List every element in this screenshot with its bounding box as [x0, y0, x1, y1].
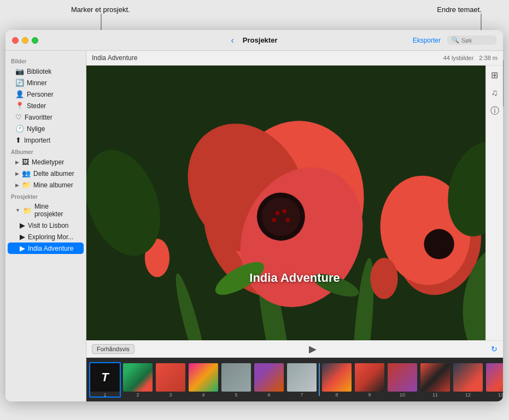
repeat-button[interactable]: ↻	[491, 345, 498, 353]
sidebar-item-steder[interactable]: 📍 Steder	[8, 100, 84, 111]
fullscreen-button[interactable]	[32, 37, 38, 44]
film-cell-8[interactable]: 8	[321, 362, 353, 398]
title-card-t-icon: T	[101, 370, 108, 384]
my-albums-icon: 📁	[22, 181, 31, 189]
slideshow-image	[86, 66, 503, 340]
titlebar-right: Eksporter 🔍	[413, 36, 496, 45]
duration: 2:38 m	[479, 55, 498, 61]
music-panel-icon[interactable]: ♫	[492, 88, 498, 98]
sidebar-item-nylige[interactable]: 🕐 Nylige	[8, 123, 84, 134]
slideshow-title: India Adventure	[249, 271, 340, 285]
film-thumb-8	[322, 363, 352, 392]
info-panel-icon[interactable]: ⓘ	[490, 105, 499, 117]
film-cell-num-11: 11	[420, 392, 450, 398]
chevron-down-icon: ▼	[15, 208, 20, 213]
film-cell-12[interactable]: 12	[452, 362, 484, 398]
sidebar-label-visit-lisbon: Visit to Lisbon	[28, 222, 69, 229]
film-cell-9[interactable]: 9	[354, 362, 385, 398]
film-thumb-13	[486, 363, 503, 392]
film-thumb-5	[221, 363, 251, 392]
search-box: 🔍	[447, 36, 496, 45]
places-icon: 📍	[15, 102, 24, 110]
sidebar-label-nylige: Nylige	[27, 125, 45, 133]
project-name: India Adventure	[92, 54, 137, 62]
sidebar-label-mine-prosjekter: Mine prosjekter	[34, 203, 78, 218]
film-thumb-2	[123, 363, 153, 392]
controls-center: ▶	[140, 343, 485, 355]
minimize-button[interactable]	[22, 37, 28, 44]
sidebar-item-visit-lisbon[interactable]: ▶ Visit to Lisbon	[8, 220, 84, 231]
sidebar-label-india-adventure: India Adventure	[28, 245, 73, 252]
sidebar-label-personer: Personer	[27, 91, 54, 98]
sidebar-label-medietyper: Medietyper	[32, 158, 64, 166]
film-cell-num-2: 2	[123, 392, 153, 398]
sidebar-item-importert[interactable]: ⬆ Importert	[8, 134, 84, 146]
film-cell-2[interactable]: 2	[122, 362, 154, 398]
sidebar-item-bibliotek[interactable]: 📷 Bibliotek	[8, 66, 84, 77]
sidebar-section-bilder: Bilder	[5, 55, 86, 66]
film-cell-num-6: 6	[254, 392, 284, 398]
svg-point-21	[282, 209, 286, 214]
sidebar-section-projects: Prosjekter	[5, 191, 86, 201]
film-cell-7[interactable]: 7	[286, 362, 318, 398]
film-cell-10[interactable]: 10	[387, 362, 418, 398]
film-cell-num-9: 9	[355, 392, 384, 398]
sidebar-item-exploring-mor[interactable]: ▶ Exploring Mor...	[8, 231, 84, 242]
film-cell-11[interactable]: 11	[419, 362, 451, 398]
film-thumb-9	[355, 363, 384, 392]
back-button[interactable]: ‹	[231, 36, 234, 45]
annotation-change-theme: Endre temaet.	[437, 5, 482, 14]
svg-point-22	[272, 218, 277, 222]
sidebar-label-delte-albumer: Delte albumer	[33, 170, 74, 178]
sidebar-item-delte-albumer[interactable]: ▶ 👥 Delte albumer	[8, 168, 84, 179]
play-button[interactable]: ▶	[309, 343, 317, 355]
slideshow-icon-2: ▶	[20, 233, 25, 241]
close-button[interactable]	[12, 37, 19, 44]
window-body: Bilder 📷 Bibliotek 🔄 Minner 👤 Personer 📍…	[5, 51, 503, 401]
sidebar-item-mine-albumer[interactable]: ▶ 📁 Mine albumer	[8, 179, 84, 191]
sidebar-item-india-adventure[interactable]: ▶ India Adventure	[8, 242, 84, 254]
right-panel: India Adventure 44 lysbilder 2:38 m	[86, 51, 503, 401]
export-button[interactable]: Eksporter	[413, 37, 441, 44]
svg-point-19	[262, 197, 300, 235]
film-thumb-10	[388, 363, 417, 392]
preview-button[interactable]: Forhåndsvis	[92, 344, 134, 354]
theme-panel-icon[interactable]: ⊞	[491, 70, 498, 80]
shared-album-icon: 👥	[22, 169, 31, 178]
film-thumb-3	[156, 363, 185, 392]
right-sidebar: ⊞ ♫ ⓘ	[485, 66, 503, 340]
recent-icon: 🕐	[15, 125, 24, 133]
film-cell-3[interactable]: 3	[155, 362, 186, 398]
search-input[interactable]	[461, 37, 494, 44]
sidebar-label-mine-albumer: Mine albumer	[33, 181, 73, 189]
sidebar-item-personer[interactable]: 👤 Personer	[8, 88, 84, 100]
favorites-icon: ♡	[15, 113, 22, 121]
slideshow-icon-3: ▶	[20, 244, 25, 252]
film-cell-num-5: 5	[221, 392, 251, 398]
titlebar-center: ‹ Prosjekter	[231, 36, 278, 45]
sidebar-item-medietyper[interactable]: ▶ 🖼 Medietyper	[8, 156, 84, 168]
sidebar: Bilder 📷 Bibliotek 🔄 Minner 👤 Personer 📍…	[5, 51, 86, 401]
sidebar-item-mine-prosjekter[interactable]: ▼ 📁 Mine prosjekter	[8, 201, 84, 220]
film-thumb-7	[287, 363, 317, 392]
film-thumb-6	[254, 363, 284, 392]
project-meta: 44 lysbilder 2:38 m	[443, 55, 498, 61]
app-window: ‹ Prosjekter Eksporter 🔍 Bilder 📷 Biblio…	[5, 30, 503, 401]
film-cell-1[interactable]: T 1	[89, 362, 121, 398]
slideshow-preview: India Adventure ⊞ ♫ ⓘ	[86, 66, 503, 340]
annotation-marker-project: Marker et prosjekt.	[71, 5, 130, 14]
filmstrip: T 1 2 3 4 5	[86, 358, 503, 401]
sidebar-item-minner[interactable]: 🔄 Minner	[8, 77, 84, 88]
search-icon: 🔍	[452, 37, 459, 44]
film-thumb-4	[189, 363, 218, 392]
film-cell-num-4: 4	[189, 392, 218, 398]
project-header: India Adventure 44 lysbilder 2:38 m	[86, 51, 503, 66]
photo-count: 44 lysbilder	[443, 55, 474, 61]
film-cell-13[interactable]: 13	[485, 362, 503, 398]
window-title: Prosjekter	[243, 36, 278, 44]
film-cell-5[interactable]: 5	[220, 362, 252, 398]
sidebar-item-favoritter[interactable]: ♡ Favoritter	[8, 111, 84, 123]
film-cell-4[interactable]: 4	[188, 362, 219, 398]
people-icon: 👤	[15, 90, 24, 98]
film-cell-6[interactable]: 6	[253, 362, 285, 398]
